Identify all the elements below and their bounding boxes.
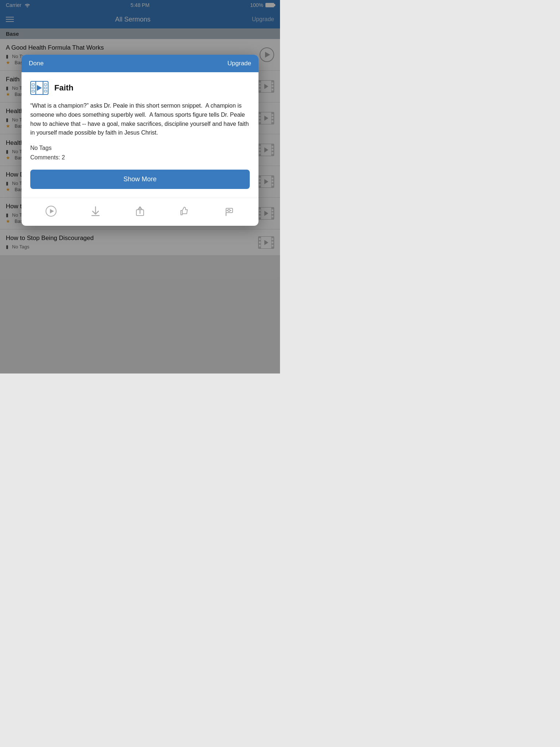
svg-marker-1 xyxy=(50,209,54,213)
sermon-detail-modal: Done Upgrade xyxy=(22,55,258,226)
play-button[interactable] xyxy=(42,204,61,218)
like-icon xyxy=(179,205,190,217)
share-button[interactable] xyxy=(131,204,149,218)
modal-upgrade-button[interactable]: Upgrade xyxy=(228,60,251,67)
report-icon xyxy=(223,205,235,217)
modal-footer xyxy=(22,198,258,226)
download-button[interactable] xyxy=(86,204,105,218)
modal-header: Done Upgrade xyxy=(22,55,258,72)
show-more-button[interactable]: Show More xyxy=(30,170,250,189)
download-icon xyxy=(90,205,101,217)
modal-comments: Comments: 2 xyxy=(30,154,250,161)
like-button[interactable] xyxy=(175,204,194,218)
share-icon xyxy=(134,205,146,217)
modal-overlay[interactable]: Done Upgrade xyxy=(0,0,280,374)
svg-point-8 xyxy=(228,209,230,212)
report-button[interactable] xyxy=(219,204,238,218)
modal-body: Faith “What is a champion?” asks Dr. Pea… xyxy=(22,72,258,198)
play-icon xyxy=(45,205,57,217)
done-button[interactable]: Done xyxy=(29,60,44,67)
modal-title-row: Faith xyxy=(30,81,250,95)
modal-description: “What is a champion?” asks Dr. Peale in … xyxy=(30,101,250,138)
modal-tags: No Tags xyxy=(30,145,250,151)
modal-sermon-title: Faith xyxy=(54,83,74,93)
sermon-icon xyxy=(30,81,48,95)
